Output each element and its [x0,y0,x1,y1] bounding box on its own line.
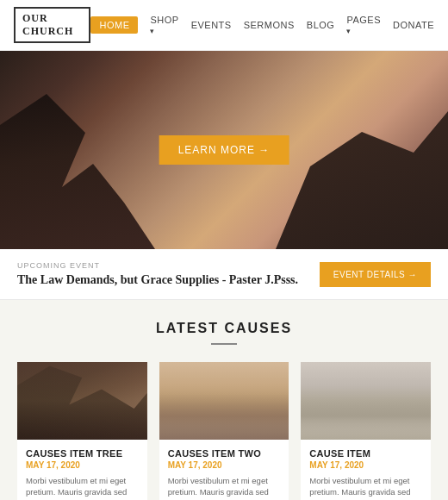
cause-text-2: Morbi vestibulum et mi eget pretium. Mau… [168,475,281,500]
cause-text-3: Morbi vestibulum et mi eget pretium. Mau… [309,475,422,500]
event-details-button[interactable]: EVENT DETAILS → [320,262,431,287]
nav-events[interactable]: EVENTS [191,20,232,30]
cause-body-2: CAUSES ITEM TWO MAY 17, 2020 Morbi vesti… [159,440,289,500]
cause-image-2 [159,362,289,440]
upcoming-label: UPCOMING EVENT [17,261,298,270]
nav: HOME SHOP EVENTS SERMONS BLOG PAGES DONA… [90,15,434,35]
cause-body-1: CAUSES ITEM TREE MAY 17, 2020 Morbi vest… [17,440,147,500]
nav-shop[interactable]: SHOP [150,15,178,35]
header: OUR CHURCH HOME SHOP EVENTS SERMONS BLOG… [0,0,448,51]
cause-title-3: CAUSE ITEM [309,448,422,459]
nav-sermons[interactable]: SERMONS [244,20,295,30]
causes-divider [211,343,237,345]
event-info: UPCOMING EVENT The Law Demands, but Grac… [17,261,298,287]
learn-more-button[interactable]: LEARN MORE → [159,135,289,165]
cause-image-3 [301,362,431,440]
cause-card-2: CAUSES ITEM TWO MAY 17, 2020 Morbi vesti… [159,362,289,500]
cause-date-2: MAY 17, 2020 [168,460,281,470]
nav-pages[interactable]: PAGES [346,15,381,35]
cause-text-1: Morbi vestibulum et mi eget pretium. Mau… [26,475,139,500]
causes-section: LATEST CAUSES CAUSES ITEM TREE MAY 17, 2… [0,300,448,500]
cause-image-1 [17,362,147,440]
event-title: The Law Demands, but Grace Supplies - Pa… [17,273,298,287]
nav-blog[interactable]: BLOG [307,20,335,30]
cause-body-3: CAUSE ITEM MAY 17, 2020 Morbi vestibulum… [301,440,431,500]
hero-section: LEARN MORE → [0,51,448,249]
cause-title-1: CAUSES ITEM TREE [26,448,139,459]
cause-title-2: CAUSES ITEM TWO [168,448,281,459]
causes-title: LATEST CAUSES [17,321,431,336]
cause-card-3: CAUSE ITEM MAY 17, 2020 Morbi vestibulum… [301,362,431,500]
cause-date-1: MAY 17, 2020 [26,460,139,470]
cause-card-1: CAUSES ITEM TREE MAY 17, 2020 Morbi vest… [17,362,147,500]
nav-home[interactable]: HOME [90,16,138,34]
event-banner: UPCOMING EVENT The Law Demands, but Grac… [0,249,448,300]
cause-date-3: MAY 17, 2020 [309,460,422,470]
nav-donate[interactable]: DONATE [393,20,434,30]
causes-grid: CAUSES ITEM TREE MAY 17, 2020 Morbi vest… [17,362,431,500]
logo[interactable]: OUR CHURCH [14,7,90,43]
